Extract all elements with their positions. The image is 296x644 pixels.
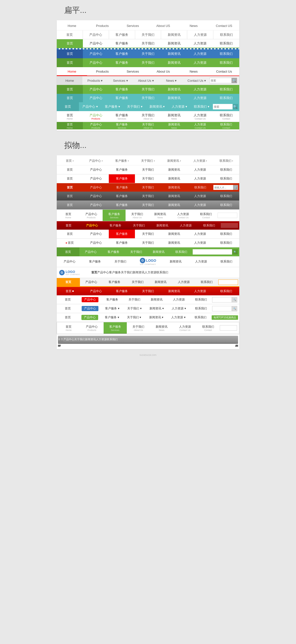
nav-item[interactable]: 关于我们: [135, 174, 161, 183]
nav-item[interactable]: 新闻资讯 ▾: [146, 304, 168, 313]
search-button[interactable]: 🔍: [232, 306, 237, 312]
nav-item[interactable]: 联系我们: [213, 30, 239, 39]
nav-item[interactable]: 首页: [57, 287, 83, 295]
nav-item[interactable]: 人力资源: [187, 287, 213, 295]
nav-item[interactable]: 新闻资讯: [146, 295, 168, 304]
nav-item[interactable]: 客户服务 ▾: [101, 304, 123, 313]
search-button[interactable]: 🔍: [232, 297, 237, 302]
nav-item[interactable]: 客户服务Services: [109, 122, 135, 130]
nav-item[interactable]: 首页Home: [57, 122, 83, 130]
nav-item[interactable]: 联系我们: [190, 304, 212, 313]
nav-item[interactable]: 新闻资讯: [161, 230, 187, 238]
nav-item[interactable]: ▶首页: [57, 238, 83, 247]
nav-item[interactable]: 联系我们: [187, 183, 213, 192]
nav-item[interactable]: Services: [118, 67, 148, 76]
nav-item[interactable]: 关于我们: [135, 192, 161, 200]
nav-item[interactable]: 关于我们: [135, 39, 161, 48]
nav-item[interactable]: 新闻资讯: [161, 166, 187, 174]
nav-item[interactable]: 新闻资讯 ▾: [146, 102, 168, 111]
nav-item[interactable]: 客户服务: [101, 295, 123, 304]
nav-item[interactable]: 关于我们: [74, 338, 85, 341]
nav-item[interactable]: 客户服务: [109, 94, 135, 102]
nav-item[interactable]: 关于我们: [126, 278, 149, 286]
nav-item[interactable]: 客户服务Services: [104, 322, 127, 334]
nav-item[interactable]: 客户服务: [109, 287, 135, 295]
nav-item[interactable]: 关于我们About Us: [126, 210, 148, 221]
nav-item[interactable]: 产品中心: [57, 260, 82, 264]
nav-item[interactable]: 人力资源: [187, 94, 213, 102]
nav-item[interactable]: 联系我们: [213, 192, 239, 200]
nav-item[interactable]: 联系我们: [213, 200, 239, 210]
nav-item[interactable]: 关于我们: [135, 287, 161, 295]
nav-item[interactable]: 新闻资讯: [161, 30, 187, 39]
nav-item[interactable]: 客户服务: [109, 192, 135, 200]
nav-item[interactable]: Contact US: [209, 22, 239, 30]
nav-item[interactable]: 产品中心: [83, 30, 109, 39]
nav-item[interactable]: 首页: [57, 200, 83, 210]
nav-item[interactable]: 关于我们 ▾: [123, 304, 146, 313]
nav-item[interactable]: 产品中心: [83, 50, 109, 58]
nav-item[interactable]: 关于我们About Us: [135, 111, 161, 122]
nav-item[interactable]: 客户服务: [109, 30, 135, 39]
nav-item[interactable]: 客户服务: [104, 221, 127, 230]
search-button[interactable]: 🔍: [233, 185, 238, 190]
nav-item[interactable]: 联系我们: [213, 94, 239, 102]
nav-item[interactable]: 人力资源: [96, 338, 107, 341]
nav-item[interactable]: 客户服务: [109, 230, 135, 238]
nav-item[interactable]: 人力资源Contact Us: [173, 322, 196, 334]
nav-item[interactable]: 人力资源: [187, 85, 213, 94]
nav-item[interactable]: 客户服务: [109, 238, 135, 247]
nav-item[interactable]: 客户服务: [102, 248, 125, 256]
nav-item[interactable]: News: [178, 67, 209, 76]
nav-item[interactable]: 新闻资讯: [148, 248, 170, 256]
nav-item[interactable]: 人力资源: [187, 166, 213, 174]
search-input[interactable]: [212, 306, 232, 312]
nav-item[interactable]: 关于我们: [135, 94, 161, 102]
nav-item[interactable]: 首页: [57, 192, 83, 200]
nav-item[interactable]: 联系我们: [213, 58, 239, 67]
nav-item[interactable]: 产品中心Products: [83, 122, 109, 130]
nav-item[interactable]: 人力资源: [174, 221, 197, 230]
nav-item[interactable]: 新闻资讯: [150, 221, 174, 230]
nav-item[interactable]: 联系我们: [213, 166, 239, 174]
nav-item[interactable]: 新闻资讯: [161, 50, 187, 58]
nav-item[interactable]: 首页: [57, 313, 79, 322]
nav-item[interactable]: 客户服务: [103, 278, 126, 286]
nav-item[interactable]: 人力资源: [187, 39, 213, 48]
nav-item[interactable]: 产品中心: [83, 166, 109, 174]
nav-item[interactable]: 人力资源 ▾: [168, 304, 190, 313]
nav-item[interactable]: 产品中心: [79, 304, 101, 313]
nav-item[interactable]: 人力资源 ›: [187, 156, 213, 165]
nav-item[interactable]: 首页: [57, 166, 83, 174]
search-input[interactable]: [218, 280, 238, 285]
nav-item[interactable]: 人力资源Contact Us: [187, 111, 213, 122]
nav-item[interactable]: 产品中心: [79, 248, 102, 256]
nav-item[interactable]: Services: [118, 22, 148, 30]
nav-item[interactable]: 关于我们: [108, 260, 133, 264]
nav-item[interactable]: 新闻资讯: [161, 192, 187, 200]
nav-item[interactable]: 人力资源: [168, 295, 190, 304]
nav-item[interactable]: 联系我们Contact: [197, 322, 220, 334]
nav-item[interactable]: 产品中心 ▾: [79, 102, 101, 111]
nav-item[interactable]: 新闻资讯: [85, 338, 96, 341]
nav-item[interactable]: Home: [57, 68, 87, 76]
nav-item[interactable]: 产品中心: [63, 338, 74, 341]
nav-item[interactable]: 首页: [57, 278, 80, 286]
nav-item[interactable]: 关于我们: [121, 270, 133, 274]
nav-item[interactable]: 首页: [57, 248, 79, 256]
nav-item[interactable]: 联系我们: [170, 248, 193, 256]
nav-item[interactable]: 首页: [57, 230, 83, 238]
nav-item[interactable]: 客户服务: [109, 50, 135, 58]
nav-item[interactable]: 产品中心: [83, 183, 109, 192]
nav-item[interactable]: 客户服务: [109, 85, 135, 94]
nav-item[interactable]: 首页: [57, 39, 83, 48]
nav-item[interactable]: 首页: [57, 174, 83, 183]
nav-item[interactable]: 首页: [58, 338, 63, 341]
nav-item[interactable]: 人力资源Contact Us: [187, 122, 213, 130]
nav-item[interactable]: 联系我们Contact: [213, 111, 239, 122]
nav-item[interactable]: 客户服务: [109, 174, 135, 183]
nav-item[interactable]: 产品中心: [79, 313, 101, 322]
search-button[interactable]: 🔍: [232, 249, 238, 254]
nav-item[interactable]: 客户服务Services: [103, 210, 126, 221]
nav-item[interactable]: 人力资源 ▾: [168, 102, 190, 111]
